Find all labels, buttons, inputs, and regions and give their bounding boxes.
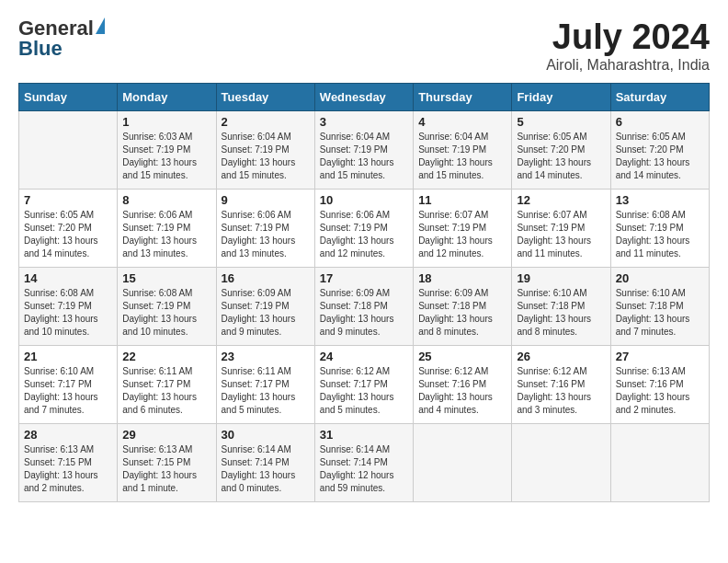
calendar-cell: 7Sunrise: 6:05 AMSunset: 7:20 PMDaylight… [19,189,118,267]
day-number: 23 [222,350,310,363]
calendar-cell: 17Sunrise: 6:09 AMSunset: 7:18 PMDayligh… [314,267,413,345]
calendar-cell: 30Sunrise: 6:14 AMSunset: 7:14 PMDayligh… [216,423,314,501]
day-info: Sunrise: 6:12 AMSunset: 7:17 PMDaylight:… [320,365,408,417]
calendar-week-row: 14Sunrise: 6:08 AMSunset: 7:19 PMDayligh… [19,267,710,345]
calendar-cell: 10Sunrise: 6:06 AMSunset: 7:19 PMDayligh… [314,189,413,267]
calendar-cell [610,423,709,501]
day-info: Sunrise: 6:05 AMSunset: 7:20 PMDaylight:… [24,209,112,260]
calendar-cell: 5Sunrise: 6:05 AMSunset: 7:20 PMDaylight… [512,110,610,189]
day-number: 1 [122,115,210,129]
header-day: Wednesday [314,83,413,110]
day-info: Sunrise: 6:11 AMSunset: 7:17 PMDaylight:… [122,365,210,417]
day-number: 30 [222,428,310,442]
calendar-cell: 18Sunrise: 6:09 AMSunset: 7:18 PMDayligh… [414,267,512,345]
calendar-cell: 16Sunrise: 6:09 AMSunset: 7:19 PMDayligh… [216,267,314,345]
day-info: Sunrise: 6:08 AMSunset: 7:19 PMDaylight:… [616,209,704,260]
calendar-week-row: 7Sunrise: 6:05 AMSunset: 7:20 PMDaylight… [19,189,710,267]
day-number: 11 [418,193,506,207]
logo-blue-text: Blue [18,39,63,59]
day-number: 6 [616,115,704,129]
calendar-cell: 8Sunrise: 6:06 AMSunset: 7:19 PMDaylight… [118,189,216,267]
calendar-header: SundayMondayTuesdayWednesdayThursdayFrid… [19,83,710,110]
day-number: 31 [320,428,408,442]
day-number: 26 [517,350,605,363]
header-day: Tuesday [216,83,314,110]
calendar-cell: 6Sunrise: 6:05 AMSunset: 7:20 PMDaylight… [610,110,709,189]
calendar-cell: 27Sunrise: 6:13 AMSunset: 7:16 PMDayligh… [610,345,709,423]
header-day: Sunday [19,83,118,110]
day-info: Sunrise: 6:14 AMSunset: 7:14 PMDaylight:… [222,443,310,495]
day-info: Sunrise: 6:09 AMSunset: 7:18 PMDaylight:… [418,287,506,339]
day-info: Sunrise: 6:05 AMSunset: 7:20 PMDaylight:… [616,131,704,182]
day-number: 8 [122,193,210,207]
day-info: Sunrise: 6:11 AMSunset: 7:17 PMDaylight:… [222,365,310,417]
day-number: 25 [418,350,506,363]
location-text: Airoli, Maharashtra, India [546,57,710,74]
calendar-cell: 24Sunrise: 6:12 AMSunset: 7:17 PMDayligh… [314,345,413,423]
calendar-cell: 29Sunrise: 6:13 AMSunset: 7:15 PMDayligh… [118,423,216,501]
calendar-cell: 13Sunrise: 6:08 AMSunset: 7:19 PMDayligh… [610,189,709,267]
logo-arrow-icon [96,17,105,34]
header-day: Saturday [610,83,709,110]
calendar-cell: 4Sunrise: 6:04 AMSunset: 7:19 PMDaylight… [414,110,512,189]
day-number: 18 [418,271,506,285]
month-title: July 2024 [546,18,710,57]
calendar-cell [414,423,512,501]
calendar-cell: 11Sunrise: 6:07 AMSunset: 7:19 PMDayligh… [414,189,512,267]
calendar-week-row: 21Sunrise: 6:10 AMSunset: 7:17 PMDayligh… [19,345,710,423]
calendar-cell: 26Sunrise: 6:12 AMSunset: 7:16 PMDayligh… [512,345,610,423]
day-number: 19 [517,271,605,285]
day-info: Sunrise: 6:13 AMSunset: 7:16 PMDaylight:… [616,365,704,417]
calendar-cell: 20Sunrise: 6:10 AMSunset: 7:18 PMDayligh… [610,267,709,345]
calendar-cell: 22Sunrise: 6:11 AMSunset: 7:17 PMDayligh… [118,345,216,423]
logo-general-text: General [18,18,94,39]
day-info: Sunrise: 6:04 AMSunset: 7:19 PMDaylight:… [320,131,408,182]
day-info: Sunrise: 6:14 AMSunset: 7:14 PMDaylight:… [320,443,408,495]
day-info: Sunrise: 6:10 AMSunset: 7:18 PMDaylight:… [517,287,605,339]
day-info: Sunrise: 6:09 AMSunset: 7:19 PMDaylight:… [222,287,310,339]
day-info: Sunrise: 6:13 AMSunset: 7:15 PMDaylight:… [24,443,112,495]
day-number: 29 [122,428,210,442]
calendar-cell [19,110,118,189]
header-day: Monday [118,83,216,110]
day-info: Sunrise: 6:08 AMSunset: 7:19 PMDaylight:… [122,287,210,339]
day-number: 7 [24,193,112,207]
header-row: SundayMondayTuesdayWednesdayThursdayFrid… [19,83,710,110]
logo: General Blue [18,18,105,59]
calendar-cell: 25Sunrise: 6:12 AMSunset: 7:16 PMDayligh… [414,345,512,423]
day-number: 15 [122,271,210,285]
calendar-cell: 15Sunrise: 6:08 AMSunset: 7:19 PMDayligh… [118,267,216,345]
day-number: 21 [24,350,112,363]
day-info: Sunrise: 6:10 AMSunset: 7:18 PMDaylight:… [616,287,704,339]
header-day: Thursday [414,83,512,110]
day-info: Sunrise: 6:03 AMSunset: 7:19 PMDaylight:… [122,131,210,182]
day-number: 28 [24,428,112,442]
page-header: General Blue July 2024 Airoli, Maharasht… [18,18,710,74]
calendar-cell: 28Sunrise: 6:13 AMSunset: 7:15 PMDayligh… [19,423,118,501]
day-info: Sunrise: 6:13 AMSunset: 7:15 PMDaylight:… [122,443,210,495]
day-info: Sunrise: 6:05 AMSunset: 7:20 PMDaylight:… [517,131,605,182]
day-number: 17 [320,271,408,285]
calendar-body: 1Sunrise: 6:03 AMSunset: 7:19 PMDaylight… [19,110,710,501]
calendar-cell: 23Sunrise: 6:11 AMSunset: 7:17 PMDayligh… [216,345,314,423]
day-number: 2 [222,115,310,129]
calendar-cell [512,423,610,501]
day-info: Sunrise: 6:07 AMSunset: 7:19 PMDaylight:… [517,209,605,260]
day-info: Sunrise: 6:10 AMSunset: 7:17 PMDaylight:… [24,365,112,417]
header-day: Friday [512,83,610,110]
day-number: 4 [418,115,506,129]
day-number: 12 [517,193,605,207]
calendar-cell: 1Sunrise: 6:03 AMSunset: 7:19 PMDaylight… [118,110,216,189]
day-info: Sunrise: 6:06 AMSunset: 7:19 PMDaylight:… [320,209,408,260]
day-number: 27 [616,350,704,363]
day-info: Sunrise: 6:04 AMSunset: 7:19 PMDaylight:… [418,131,506,182]
calendar-cell: 12Sunrise: 6:07 AMSunset: 7:19 PMDayligh… [512,189,610,267]
title-block: July 2024 Airoli, Maharashtra, India [546,18,710,74]
day-number: 22 [122,350,210,363]
day-number: 3 [320,115,408,129]
day-number: 20 [616,271,704,285]
calendar-table: SundayMondayTuesdayWednesdayThursdayFrid… [18,83,710,502]
day-info: Sunrise: 6:12 AMSunset: 7:16 PMDaylight:… [418,365,506,417]
calendar-cell: 2Sunrise: 6:04 AMSunset: 7:19 PMDaylight… [216,110,314,189]
calendar-cell: 9Sunrise: 6:06 AMSunset: 7:19 PMDaylight… [216,189,314,267]
